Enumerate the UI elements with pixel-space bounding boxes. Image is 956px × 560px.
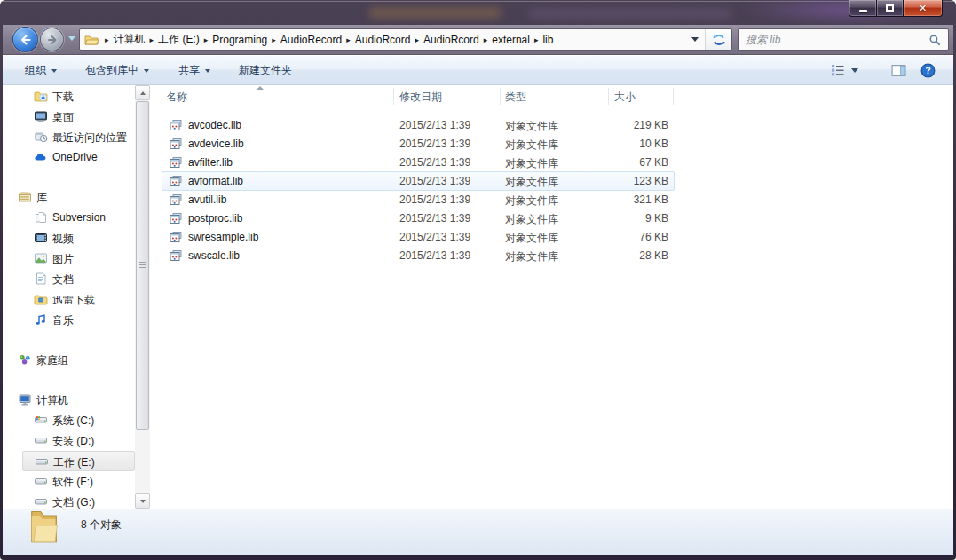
sidebar-item[interactable]: 系统 (C:) bbox=[3, 410, 135, 430]
breadcrumb-item[interactable]: 工作 (E:) bbox=[158, 32, 200, 47]
sidebar-item-label: 家庭组 bbox=[36, 353, 68, 368]
toolbar-include-label: 包含到库中 bbox=[85, 63, 138, 78]
column-header-size[interactable]: 大小 bbox=[614, 90, 636, 105]
breadcrumb-item[interactable]: AudioRcord bbox=[423, 34, 479, 46]
file-row[interactable]: avfilter.lib2015/2/13 1:39对象文件库67 KB bbox=[150, 154, 683, 172]
breadcrumb-item[interactable]: Programing bbox=[212, 34, 267, 46]
file-row[interactable]: swresample.lib2015/2/13 1:39对象文件库76 KB bbox=[150, 228, 683, 247]
breadcrumb-item[interactable]: AudioRecord bbox=[280, 34, 342, 46]
folder-open-icon bbox=[84, 33, 99, 47]
file-name: avcodec.lib bbox=[188, 119, 241, 131]
breadcrumb-separator-icon: ▸ bbox=[100, 35, 114, 44]
sort-ascending-icon bbox=[257, 86, 264, 90]
breadcrumb: ▸计算机▸工作 (E:)▸Programing▸AudioRecord▸Audi… bbox=[100, 29, 685, 50]
refresh-button[interactable] bbox=[705, 29, 731, 50]
scroll-down-button[interactable] bbox=[135, 493, 150, 509]
lib-file-icon bbox=[169, 118, 183, 132]
file-row[interactable]: postproc.lib2015/2/13 1:39对象文件库9 KB bbox=[150, 209, 683, 228]
sidebar-item[interactable]: 最近访问的位置 bbox=[3, 127, 135, 147]
back-button[interactable] bbox=[12, 27, 38, 52]
search-input[interactable] bbox=[746, 31, 919, 48]
breadcrumb-item[interactable]: AudioRcord bbox=[355, 34, 411, 46]
sidebar-item[interactable]: 工作 (E:) bbox=[22, 451, 135, 471]
toolbar-new-folder-button[interactable]: 新建文件夹 bbox=[232, 61, 299, 79]
libraries-icon bbox=[18, 190, 32, 204]
svg-text:?: ? bbox=[925, 66, 930, 75]
breadcrumb-separator-icon: ▸ bbox=[267, 35, 280, 44]
toolbar-organize-label: 组织 bbox=[25, 63, 46, 78]
forward-button-disabled[interactable] bbox=[40, 28, 64, 51]
column-divider[interactable] bbox=[500, 88, 501, 105]
minimize-icon bbox=[859, 10, 867, 12]
sidebar-item[interactable]: 音乐 bbox=[3, 310, 135, 330]
file-row[interactable]: swscale.lib2015/2/13 1:39对象文件库28 KB bbox=[150, 247, 683, 265]
search-box[interactable] bbox=[738, 28, 949, 51]
breadcrumb-item[interactable]: lib bbox=[542, 34, 553, 46]
column-header-type[interactable]: 类型 bbox=[505, 90, 526, 105]
close-button[interactable]: ✕ bbox=[903, 0, 943, 17]
column-header-date[interactable]: 修改日期 bbox=[399, 90, 442, 105]
file-row[interactable]: avcodec.lib2015/2/13 1:39对象文件库219 KB bbox=[150, 116, 683, 135]
arrow-right-icon bbox=[46, 34, 59, 46]
scroll-up-button[interactable] bbox=[135, 85, 150, 100]
file-modified-date: 2015/2/13 1:39 bbox=[399, 138, 470, 150]
sidebar-scrollbar[interactable] bbox=[135, 85, 150, 509]
change-view-button[interactable] bbox=[825, 60, 864, 80]
preview-pane-button[interactable] bbox=[886, 60, 911, 80]
sidebar-item[interactable]: 图片 bbox=[3, 248, 135, 269]
file-row[interactable]: avdevice.lib2015/2/13 1:39对象文件库10 KB bbox=[150, 135, 683, 154]
sidebar-item[interactable]: 视频 bbox=[3, 228, 135, 248]
triangle-down-icon bbox=[140, 500, 146, 503]
help-button[interactable]: ? bbox=[915, 60, 940, 80]
sidebar-item[interactable]: 下载 bbox=[3, 86, 135, 106]
file-name: avutil.lib bbox=[188, 193, 226, 206]
file-modified-date: 2015/2/13 1:39 bbox=[399, 193, 470, 206]
sidebar-item-label: 最近访问的位置 bbox=[52, 130, 127, 146]
sidebar-item[interactable]: 家庭组 bbox=[3, 350, 135, 370]
sidebar-item-label: 图片 bbox=[52, 252, 74, 267]
chevron-down-icon bbox=[691, 37, 699, 42]
column-divider[interactable] bbox=[393, 88, 394, 105]
sidebar-item[interactable]: 文档 bbox=[3, 269, 135, 289]
file-type: 对象文件库 bbox=[505, 249, 558, 264]
arrow-left-icon bbox=[19, 33, 33, 47]
sidebar-item[interactable]: 安装 (D:) bbox=[3, 430, 135, 451]
sidebar-item[interactable]: 软件 (F:) bbox=[3, 471, 135, 492]
title-bar[interactable]: ✕ bbox=[0, 0, 956, 25]
lib-file-icon bbox=[169, 230, 183, 244]
sidebar-item[interactable]: 迅雷下载 bbox=[3, 289, 135, 310]
videos-icon bbox=[34, 231, 48, 245]
sidebar-item[interactable]: 库 bbox=[3, 187, 135, 208]
toolbar-include-in-library-button[interactable]: 包含到库中 bbox=[78, 61, 156, 79]
sidebar-item[interactable]: Subversion bbox=[3, 208, 135, 228]
drive-windows-icon bbox=[34, 413, 48, 427]
restore-icon bbox=[886, 4, 894, 12]
recent-pages-dropdown[interactable] bbox=[68, 36, 75, 41]
column-header-name[interactable]: 名称 bbox=[166, 90, 187, 105]
music-icon bbox=[34, 312, 48, 327]
toolbar-organize-button[interactable]: 组织 bbox=[18, 61, 64, 79]
lib-file-icon bbox=[169, 248, 183, 263]
sidebar-item-label: 迅雷下载 bbox=[52, 293, 95, 308]
breadcrumb-item[interactable]: 计算机 bbox=[114, 32, 146, 47]
folder-download-icon bbox=[34, 89, 48, 103]
breadcrumb-item[interactable]: external bbox=[492, 34, 530, 46]
sidebar-item[interactable]: 计算机 bbox=[3, 390, 135, 410]
scrollbar-thumb[interactable] bbox=[136, 101, 149, 430]
file-size: 67 KB bbox=[558, 156, 668, 169]
file-row[interactable]: avutil.lib2015/2/13 1:39对象文件库321 KB bbox=[150, 191, 683, 209]
sidebar-item[interactable]: 桌面 bbox=[3, 106, 135, 127]
sidebar-item[interactable]: OneDrive bbox=[3, 147, 135, 168]
sidebar-item[interactable]: 文档 (G:) bbox=[3, 492, 135, 509]
address-bar[interactable]: ▸计算机▸工作 (E:)▸Programing▸AudioRecord▸Audi… bbox=[79, 28, 732, 51]
address-dropdown-button[interactable] bbox=[685, 29, 705, 50]
toolbar-share-button[interactable]: 共享 bbox=[171, 61, 217, 79]
file-row[interactable]: avformat.lib2015/2/13 1:39对象文件库123 KB bbox=[150, 172, 683, 191]
minimize-button[interactable] bbox=[849, 0, 876, 17]
library-generic-icon bbox=[34, 210, 48, 225]
sidebar-item-label: Subversion bbox=[52, 211, 106, 224]
file-name: avdevice.lib bbox=[188, 138, 244, 150]
column-divider[interactable] bbox=[608, 88, 609, 105]
column-divider[interactable] bbox=[673, 88, 674, 105]
maximize-button[interactable] bbox=[876, 0, 903, 17]
